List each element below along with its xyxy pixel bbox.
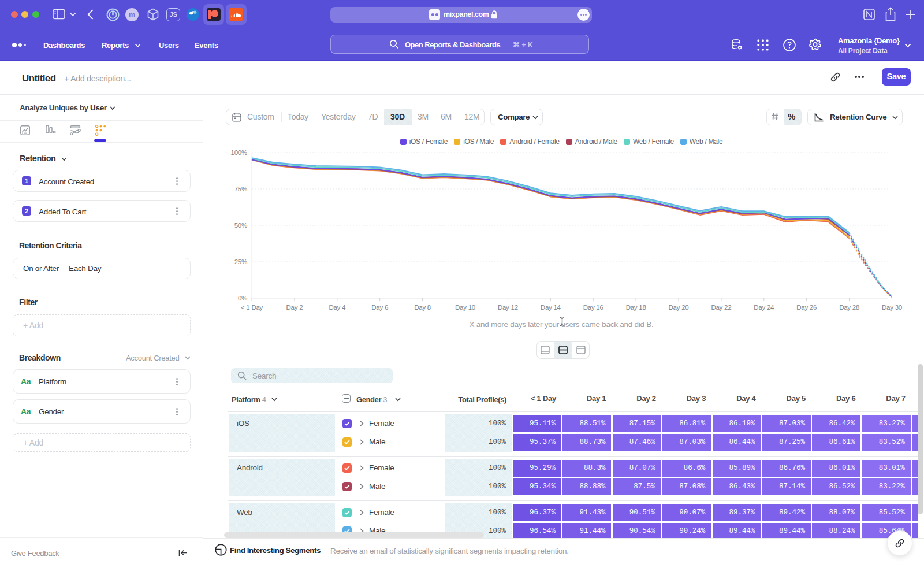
- svg-text:Day 8: Day 8: [414, 304, 431, 311]
- svg-text:25%: 25%: [234, 258, 247, 265]
- svg-text:50%: 50%: [234, 222, 247, 229]
- svg-text:Day 30: Day 30: [882, 304, 902, 311]
- svg-text:Day 6: Day 6: [371, 304, 388, 311]
- svg-text:Day 16: Day 16: [583, 304, 603, 311]
- svg-text:Day 26: Day 26: [796, 304, 817, 311]
- svg-text:< 1 Day: < 1 Day: [241, 304, 263, 311]
- svg-text:Day 12: Day 12: [498, 304, 518, 311]
- svg-text:100%: 100%: [231, 149, 247, 156]
- svg-text:Day 28: Day 28: [839, 304, 859, 311]
- svg-text:Day 2: Day 2: [286, 304, 303, 311]
- svg-text:75%: 75%: [234, 185, 247, 192]
- svg-text:Day 18: Day 18: [626, 304, 646, 311]
- svg-text:Day 20: Day 20: [669, 304, 689, 311]
- svg-text:Day 22: Day 22: [711, 304, 731, 311]
- svg-text:0%: 0%: [238, 295, 247, 302]
- svg-text:Day 10: Day 10: [455, 304, 475, 311]
- svg-text:Day 14: Day 14: [541, 304, 561, 311]
- svg-text:Day 24: Day 24: [754, 304, 774, 311]
- svg-text:Day 4: Day 4: [329, 304, 346, 311]
